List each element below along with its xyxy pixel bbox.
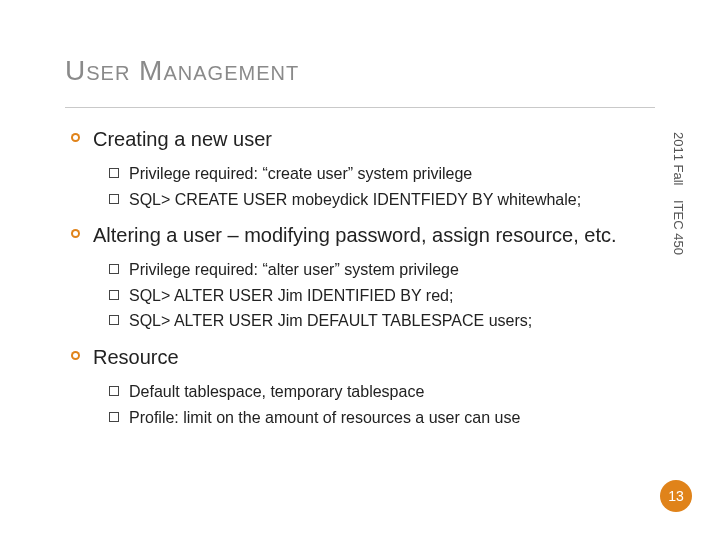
sub-item: Profile: limit on the amount of resource… [109,407,655,429]
bullet-item: Creating a new user [71,126,655,153]
sub-item: SQL> ALTER USER Jim DEFAULT TABLESPACE u… [109,310,655,332]
title-divider [65,107,655,108]
sub-item: SQL> ALTER USER Jim IDENTIFIED BY red; [109,285,655,307]
sub-list: Default tablespace, temporary tablespace… [71,381,655,428]
sub-item: Privilege required: “create user” system… [109,163,655,185]
sub-item-text: Privilege required: “create user” system… [129,163,472,185]
bullet-item: Altering a user – modifying password, as… [71,222,655,249]
bullet-heading: Creating a new user [93,126,272,153]
page-number: 13 [660,480,692,512]
sub-list: Privilege required: “alter user” system … [71,259,655,332]
square-bullet-icon [109,194,119,204]
bullet-heading: Altering a user – modifying password, as… [93,222,617,249]
square-bullet-icon [109,386,119,396]
square-bullet-icon [109,412,119,422]
sub-item-text: Default tablespace, temporary tablespace [129,381,424,403]
bullet-heading: Resource [93,344,179,371]
sub-item-text: Privilege required: “alter user” system … [129,259,459,281]
square-bullet-icon [109,264,119,274]
square-bullet-icon [109,290,119,300]
donut-bullet-icon [71,351,81,361]
side-label-term: 2011 Fall [671,132,686,185]
slide: User Management Creating a new user Priv… [0,0,720,540]
side-label-course: ITEC 450 [671,200,686,255]
sub-item-text: SQL> ALTER USER Jim DEFAULT TABLESPACE u… [129,310,532,332]
bullet-item: Resource [71,344,655,371]
sub-item: Privilege required: “alter user” system … [109,259,655,281]
sub-item-text: Profile: limit on the amount of resource… [129,407,520,429]
sub-item: Default tablespace, temporary tablespace [109,381,655,403]
slide-body: Creating a new user Privilege required: … [65,126,655,428]
square-bullet-icon [109,168,119,178]
donut-bullet-icon [71,229,81,239]
square-bullet-icon [109,315,119,325]
sub-list: Privilege required: “create user” system… [71,163,655,210]
slide-title: User Management [65,55,655,87]
sub-item: SQL> CREATE USER mobeydick IDENTFIEDY BY… [109,189,655,211]
donut-bullet-icon [71,133,81,143]
sub-item-text: SQL> CREATE USER mobeydick IDENTFIEDY BY… [129,189,581,211]
sub-item-text: SQL> ALTER USER Jim IDENTIFIED BY red; [129,285,453,307]
